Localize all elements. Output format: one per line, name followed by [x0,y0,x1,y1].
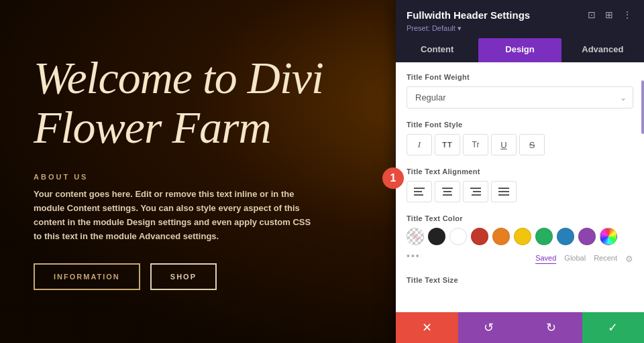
text-alignment-field: Title Text Alignment [407,167,633,202]
panel-icons: ⊡ ⊞ ⋮ [586,8,633,21]
capitalize-button[interactable]: Tr [463,134,488,155]
about-label: ABOUT US [34,173,362,181]
color-swatch-green[interactable] [535,228,553,245]
svg-rect-2 [414,194,423,196]
svg-rect-4 [443,191,451,192]
svg-rect-3 [442,188,453,189]
color-picker-swatch[interactable] [600,228,617,245]
color-swatch-white[interactable] [449,228,467,245]
panel-title-row: Fullwidth Header Settings ⊡ ⊞ ⋮ [407,8,633,21]
svg-rect-1 [414,191,422,192]
svg-rect-11 [498,194,509,196]
font-weight-label: Title Font Weight [407,73,633,81]
svg-rect-8 [472,194,481,196]
color-tab-global[interactable]: Global [564,254,586,264]
panel-preset[interactable]: Preset: Default ▾ [407,24,633,33]
hero-body: Your content goes here. Edit or remove t… [34,188,315,243]
strikethrough-button[interactable]: S [519,134,545,155]
columns-icon[interactable]: ⊞ [604,8,614,21]
hero-content: Welcome to Divi Flower Farm ABOUT US You… [0,0,396,343]
font-style-buttons: I TT Tr U S [407,134,633,155]
svg-rect-0 [414,188,425,189]
font-weight-select-wrapper: Regular Thin Light Medium Bold Extra Bol… [407,86,633,109]
text-color-field: Title Text Color ••• Saved Globa [407,214,633,264]
color-swatch-orange[interactable] [492,228,510,245]
color-tabs: Saved Global Recent ⚙ [535,254,633,264]
color-swatch-blue[interactable] [557,228,574,245]
color-swatch-purple[interactable] [578,228,596,245]
confirm-button[interactable]: ✓ [582,312,645,343]
svg-rect-10 [498,191,509,192]
information-button[interactable]: INFORMATION [34,263,140,290]
color-swatch-transparent[interactable] [407,228,424,245]
svg-rect-9 [498,188,509,189]
undo-button[interactable]: ↺ [458,312,521,343]
align-center-button[interactable] [435,181,460,202]
color-swatch-black[interactable] [428,228,445,245]
svg-rect-6 [470,188,481,189]
color-tab-recent[interactable]: Recent [594,254,617,264]
panel-header: Fullwidth Header Settings ⊡ ⊞ ⋮ Preset: … [396,0,644,38]
shop-button[interactable]: SHOP [150,263,217,290]
color-swatch-red[interactable] [471,228,488,245]
text-size-field: Title Text Size [407,276,633,284]
notification-badge: 1 [382,167,404,189]
tab-design[interactable]: Design [478,38,561,62]
tab-content[interactable]: Content [396,38,478,62]
scroll-indicator [641,80,644,134]
font-style-field: Title Font Style I TT Tr U S [407,121,633,155]
more-icon[interactable]: ⋮ [621,8,633,21]
font-style-label: Title Font Style [407,121,633,129]
align-left-button[interactable] [407,181,432,202]
svg-rect-5 [443,194,452,196]
underline-button[interactable]: U [491,134,517,155]
hero-buttons: INFORMATION SHOP [34,263,362,290]
align-justify-button[interactable] [491,181,517,202]
tt-button[interactable]: TT [435,134,460,155]
align-right-button[interactable] [463,181,488,202]
font-weight-field: Title Font Weight Regular Thin Light Med… [407,73,633,109]
color-settings-icon[interactable]: ⚙ [625,254,633,264]
panel-title: Fullwidth Header Settings [407,9,530,21]
svg-rect-7 [473,191,481,192]
color-swatch-yellow[interactable] [514,228,531,245]
panel-tabs: Content Design Advanced [396,38,644,62]
text-alignment-label: Title Text Alignment [407,167,633,176]
alignment-buttons [407,181,633,202]
resize-icon[interactable]: ⊡ [586,8,597,21]
hero-title: Welcome to Divi Flower Farm [34,53,362,153]
text-color-label: Title Text Color [407,214,633,222]
color-swatches [407,228,633,245]
italic-button[interactable]: I [407,134,432,155]
tab-advanced[interactable]: Advanced [561,38,644,62]
color-tab-saved[interactable]: Saved [535,254,556,264]
more-colors-button[interactable]: ••• [407,251,421,261]
redo-button[interactable]: ↻ [520,312,582,343]
cancel-button[interactable]: ✕ [396,312,458,343]
font-weight-select[interactable]: Regular Thin Light Medium Bold Extra Bol… [407,86,633,109]
settings-panel: Fullwidth Header Settings ⊡ ⊞ ⋮ Preset: … [396,0,644,343]
panel-body[interactable]: Title Font Weight Regular Thin Light Med… [396,62,644,312]
panel-footer: ✕ ↺ ↻ ✓ [396,312,644,343]
svg-line-12 [412,233,419,240]
text-size-label: Title Text Size [407,276,633,284]
